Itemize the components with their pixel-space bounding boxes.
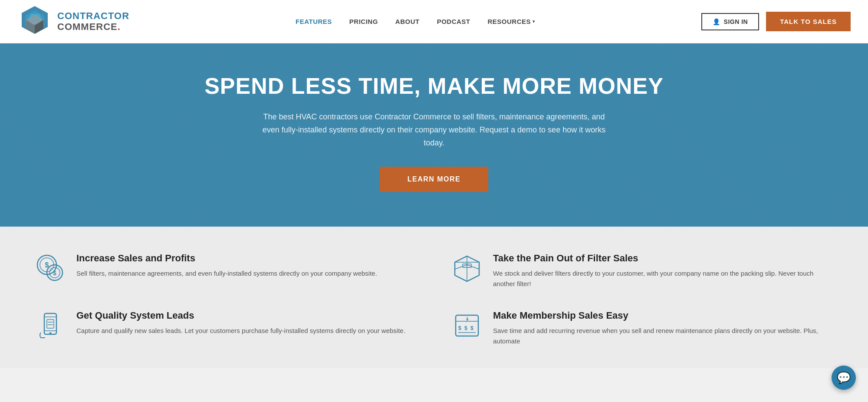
learn-more-button[interactable]: LEARN MORE (380, 167, 489, 192)
feature-title-system-leads: Get Quality System Leads (76, 310, 405, 321)
nav-item-pricing[interactable]: PRICING (349, 18, 378, 26)
logo-link[interactable]: CONTRACTOR COMMERCE. (17, 4, 129, 39)
user-icon: 👤 (713, 18, 720, 25)
nav-link-about[interactable]: ABOUT (395, 18, 420, 25)
svg-marker-27 (466, 316, 469, 323)
logo-icon (17, 4, 52, 39)
feature-title-filter-sales: Take the Pain Out of Filter Sales (493, 253, 833, 264)
hero-title: SPEND LESS TIME, MAKE MORE MONEY (17, 74, 851, 99)
nav-actions: 👤 SIGN IN TALK TO SALES (701, 12, 851, 31)
feature-text-membership-sales: Make Membership Sales Easy Save time and… (493, 310, 833, 346)
logo-name-bottom: COMMERCE. (57, 22, 129, 32)
nav-item-features[interactable]: FEATURES (296, 18, 332, 26)
money-coins-icon: $ $ (35, 253, 66, 284)
feature-title-membership-sales: Make Membership Sales Easy (493, 310, 833, 321)
feature-title-sales-profits: Increase Sales and Profits (76, 253, 377, 264)
svg-text:$: $ (470, 325, 473, 331)
feature-desc-system-leads: Capture and qualify new sales leads. Let… (76, 326, 405, 336)
nav-link-pricing[interactable]: PRICING (349, 18, 378, 25)
svg-point-24 (49, 333, 52, 335)
svg-line-16 (467, 265, 479, 269)
logo-text: CONTRACTOR COMMERCE. (57, 11, 129, 32)
feature-text-filter-sales: Take the Pain Out of Filter Sales We sto… (493, 253, 833, 289)
feature-item-filter-sales: Take the Pain Out of Filter Sales We sto… (451, 253, 833, 289)
features-section: $ $ Increase Sales and Profits Sell filt… (0, 227, 868, 368)
nav-links: FEATURES PRICING ABOUT PODCAST RESOURCES… (296, 18, 535, 26)
nav-link-podcast[interactable]: PODCAST (437, 18, 470, 25)
svg-line-15 (455, 265, 467, 269)
hero-section: SPEND LESS TIME, MAKE MORE MONEY The bes… (0, 43, 868, 227)
svg-text:$: $ (53, 270, 56, 277)
feature-desc-sales-profits: Sell filters, maintenance agreements, an… (76, 268, 377, 279)
navbar: CONTRACTOR COMMERCE. FEATURES PRICING AB… (0, 0, 868, 43)
sign-in-label: SIGN IN (724, 18, 748, 25)
nav-link-resources[interactable]: RESOURCES (488, 18, 531, 25)
feature-text-sales-profits: Increase Sales and Profits Sell filters,… (76, 253, 377, 279)
box-package-icon (451, 253, 483, 284)
feature-item-membership-sales: $ $ $ Make Membership Sales Easy Save ti… (451, 310, 833, 346)
nav-link-features[interactable]: FEATURES (296, 18, 332, 25)
nav-item-podcast[interactable]: PODCAST (437, 18, 470, 26)
svg-text:$: $ (458, 325, 461, 331)
svg-rect-18 (44, 313, 56, 334)
mobile-leads-icon (35, 310, 66, 341)
chevron-down-icon: ▾ (533, 19, 535, 24)
feature-desc-membership-sales: Save time and add recurring revenue when… (493, 326, 833, 346)
nav-item-resources[interactable]: RESOURCES ▾ (488, 18, 536, 25)
hero-subtitle: The best HVAC contractors use Contractor… (256, 111, 612, 149)
feature-item-sales-profits: $ $ Increase Sales and Profits Sell filt… (35, 253, 417, 289)
talk-to-sales-button[interactable]: TALK TO SALES (766, 12, 851, 31)
membership-card-icon: $ $ $ (451, 310, 483, 341)
feature-item-system-leads: Get Quality System Leads Capture and qua… (35, 310, 417, 346)
feature-text-system-leads: Get Quality System Leads Capture and qua… (76, 310, 405, 336)
logo-name-top: CONTRACTOR (57, 11, 129, 21)
nav-item-about[interactable]: ABOUT (395, 18, 420, 26)
sign-in-button[interactable]: 👤 SIGN IN (701, 13, 759, 30)
feature-desc-filter-sales: We stock and deliver filters directly to… (493, 268, 833, 289)
svg-text:$: $ (464, 325, 467, 331)
svg-rect-21 (47, 320, 54, 328)
